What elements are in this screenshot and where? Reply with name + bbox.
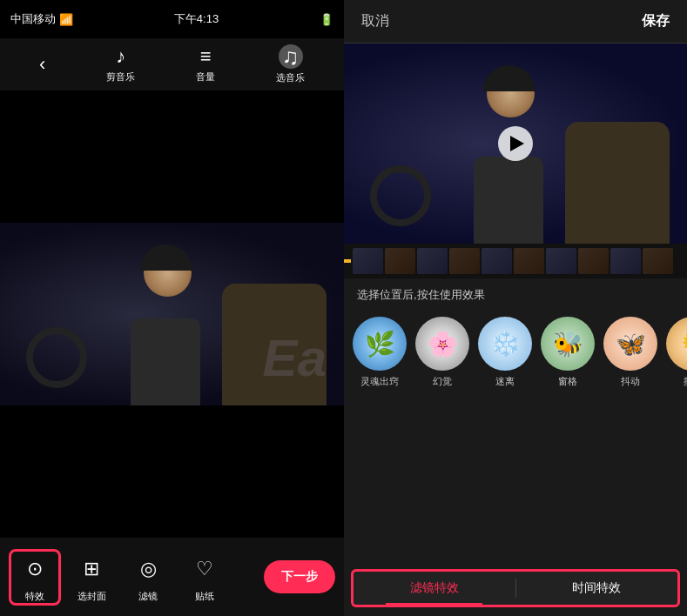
back-button[interactable]: ‹ bbox=[39, 53, 45, 76]
cancel-button[interactable]: 取消 bbox=[361, 12, 389, 30]
timeline-thumb-9 bbox=[610, 248, 641, 274]
save-button[interactable]: 保存 bbox=[642, 12, 670, 30]
tab-time-effects[interactable]: 时间特效 bbox=[516, 572, 678, 605]
effect-label-shake: 抖动 bbox=[621, 375, 640, 388]
timeline-thumb-6 bbox=[514, 248, 544, 274]
filter-tool-button[interactable]: ◎ 滤镜 bbox=[122, 552, 174, 603]
sticker-label: 贴纸 bbox=[195, 590, 214, 603]
carrier-text: 中国移动 bbox=[10, 11, 56, 27]
effect-label-illusion: 幻觉 bbox=[433, 375, 452, 388]
cut-music-icon: ♪ bbox=[116, 45, 125, 68]
status-bar: 中国移动 📶 下午4:13 🔋 bbox=[0, 0, 344, 38]
back-icon: ‹ bbox=[39, 53, 45, 76]
effect-thumb-illusion: 🌸 bbox=[415, 317, 469, 371]
effect-thumb-lost: ❄️ bbox=[478, 317, 532, 371]
effect-thumb-soul-out: 🌿 bbox=[353, 317, 407, 371]
instruction-text: 选择位置后,按住使用效果 bbox=[344, 278, 687, 310]
select-music-button[interactable]: ♫ 选音乐 bbox=[276, 44, 305, 84]
select-music-label: 选音乐 bbox=[276, 71, 305, 84]
sticker-tool-button[interactable]: ♡ 贴纸 bbox=[178, 552, 231, 603]
effects-tool-button[interactable]: ⊙ 特效 bbox=[9, 549, 61, 606]
video-scene-right bbox=[344, 44, 687, 244]
cover-icon: ⊞ bbox=[74, 552, 109, 586]
video-preview-right bbox=[344, 44, 687, 244]
video-scene-left: Ea bbox=[0, 223, 344, 405]
spacer bbox=[344, 395, 687, 564]
status-right: 🔋 bbox=[320, 13, 333, 26]
car-seat-right bbox=[565, 122, 670, 244]
effect-thumb-shake: 🦋 bbox=[603, 317, 657, 371]
effects-row: 🌿 灵魂出窍 🌸 幻觉 ❄️ 迷离 🐝 窗格 🦋 抖动 bbox=[344, 310, 687, 395]
effect-label-erase: 擦除 bbox=[684, 375, 687, 388]
effect-label-lost: 迷离 bbox=[495, 375, 515, 388]
bottom-bar-left: ⊙ 特效 ⊞ 选封面 ◎ 滤镜 ♡ 贴纸 下一步 bbox=[0, 538, 344, 616]
effect-lost[interactable]: ❄️ 迷离 bbox=[478, 317, 532, 388]
volume-icon: ≡ bbox=[200, 45, 212, 68]
play-button[interactable] bbox=[498, 126, 533, 161]
cover-label: 选封面 bbox=[77, 590, 106, 603]
tab-filter-effects[interactable]: 滤镜特效 bbox=[354, 572, 515, 605]
battery-icon: 🔋 bbox=[320, 13, 333, 26]
effect-erase[interactable]: 🌻 擦除 bbox=[666, 317, 687, 388]
person-body bbox=[131, 318, 200, 405]
tab-time-effects-label: 时间特效 bbox=[572, 580, 621, 596]
person-hair-right bbox=[483, 65, 535, 91]
next-button[interactable]: 下一步 bbox=[264, 560, 335, 593]
person-hair bbox=[139, 244, 192, 271]
timeline-thumb-2 bbox=[385, 248, 415, 274]
volume-label: 音量 bbox=[196, 70, 215, 84]
ea-text: Ea bbox=[263, 328, 327, 388]
effect-thumb-grid: 🐝 bbox=[541, 317, 595, 371]
effect-shake[interactable]: 🦋 抖动 bbox=[603, 317, 657, 388]
effects-label: 特效 bbox=[25, 590, 44, 603]
sticker-icon: ♡ bbox=[187, 552, 222, 586]
timeline-thumb-8 bbox=[578, 248, 609, 274]
timeline-thumb-7 bbox=[546, 248, 576, 274]
status-left: 中国移动 📶 bbox=[10, 11, 73, 27]
time-text: 下午4:13 bbox=[174, 11, 219, 27]
car-interior: Ea bbox=[0, 223, 344, 405]
volume-button[interactable]: ≡ 音量 bbox=[196, 45, 215, 84]
select-music-icon: ♫ bbox=[279, 44, 303, 69]
filter-icon: ◎ bbox=[131, 552, 165, 586]
person-body-right bbox=[474, 157, 543, 244]
tab-filter-effects-label: 滤镜特效 bbox=[410, 580, 459, 596]
timeline-thumb-5 bbox=[482, 248, 512, 274]
bottom-tabs-wrapper: 滤镜特效 时间特效 bbox=[344, 564, 687, 616]
timeline-thumbnails bbox=[344, 244, 675, 278]
right-panel: 取消 保存 bbox=[344, 0, 687, 616]
effect-label-grid: 窗格 bbox=[558, 375, 577, 388]
timeline-thumb-4 bbox=[449, 248, 480, 274]
steering-wheel bbox=[26, 327, 87, 388]
filter-label: 滤镜 bbox=[138, 590, 158, 603]
video-preview-left: Ea bbox=[0, 90, 344, 538]
effect-soul-out[interactable]: 🌿 灵魂出窍 bbox=[353, 317, 407, 388]
effect-label-soul-out: 灵魂出窍 bbox=[360, 375, 399, 388]
timeline-thumb-1 bbox=[353, 248, 383, 274]
toolbar: ‹ ♪ 剪音乐 ≡ 音量 ♫ 选音乐 bbox=[0, 38, 344, 90]
cut-music-button[interactable]: ♪ 剪音乐 bbox=[106, 45, 135, 84]
left-panel: 中国移动 📶 下午4:13 🔋 ‹ ♪ 剪音乐 ≡ 音量 ♫ 选音乐 bbox=[0, 0, 344, 616]
effects-icon: ⊙ bbox=[17, 552, 52, 586]
effect-thumb-erase: 🌻 bbox=[666, 317, 687, 371]
steering-wheel-right bbox=[370, 165, 431, 226]
timeline-thumb-3 bbox=[417, 248, 448, 274]
effect-grid[interactable]: 🐝 窗格 bbox=[541, 317, 595, 388]
timeline-indicator bbox=[344, 259, 351, 263]
cover-tool-button[interactable]: ⊞ 选封面 bbox=[65, 552, 118, 603]
wifi-icon: 📶 bbox=[59, 13, 73, 26]
timeline-strip[interactable] bbox=[344, 244, 687, 278]
effect-illusion[interactable]: 🌸 幻觉 bbox=[415, 317, 469, 388]
right-header: 取消 保存 bbox=[344, 0, 687, 44]
timeline-thumb-10 bbox=[643, 248, 673, 274]
cut-music-label: 剪音乐 bbox=[106, 70, 135, 84]
bottom-tabs-container: 滤镜特效 时间特效 bbox=[351, 569, 680, 607]
play-icon bbox=[510, 136, 524, 151]
